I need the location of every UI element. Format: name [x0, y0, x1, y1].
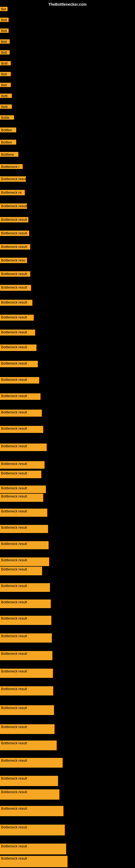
bottleneck-result-item: Bottleneck result	[0, 461, 45, 469]
bottleneck-result-item: Bottleneck result	[0, 724, 54, 734]
bottleneck-result-item: Bottleneck result	[0, 443, 47, 451]
bottleneck-result-item: Bottleneck result	[0, 410, 42, 416]
bottleneck-result-item: Bottleneck result	[0, 525, 48, 533]
bottleneck-result-item: Bottleneck result	[0, 300, 32, 306]
bottleneck-result-item: Bottleneck result	[0, 486, 46, 493]
bottleneck-result-item: Bottleneck result	[0, 741, 57, 750]
bottleneck-result-item: Bottleneck result	[0, 285, 31, 291]
bottleneck-result-item: Bottleneck result	[0, 844, 66, 855]
bottleneck-result-item: Bott	[0, 18, 9, 22]
bottleneck-result-item: Bottlen	[0, 140, 16, 145]
bottleneck-result-item: Bottleneck result	[0, 508, 47, 517]
bottleneck-result-item: Bottleneck result	[0, 633, 52, 643]
bottleneck-result-item: Bottleneck result	[0, 271, 30, 277]
bottleneck-result-item: Bottleneck result	[0, 776, 58, 786]
bottleneck-result-item: Bottleneck result	[0, 806, 63, 816]
bottleneck-result-item: Bottl	[0, 94, 12, 98]
bottleneck-result-item: Bottle	[0, 115, 14, 120]
bottleneck-result-item: Bottleneck result	[0, 204, 27, 209]
bottleneck-result-item: Bottleneck result	[0, 344, 37, 351]
bottleneck-result-item: Bott	[0, 50, 10, 55]
bottleneck-result-item: Bottl	[0, 104, 12, 109]
bottleneck-result-item: Bottleneck result	[0, 583, 50, 592]
bottleneck-result-item: Bottleneck resu	[0, 258, 27, 263]
bottleneck-result-item: Bott	[0, 83, 11, 87]
bottleneck-result-item: Bottleneck result	[0, 567, 42, 575]
bottleneck-result-item: Bottleneck result	[0, 176, 26, 182]
bottleneck-result-item: Bottleneck result	[0, 669, 53, 678]
bottleneck-result-item: Bottleneck re	[0, 190, 25, 195]
bottleneck-result-item: Bottlen	[0, 127, 16, 132]
bottleneck-result-item: Bott	[0, 29, 9, 33]
bottleneck-result-item: Bott	[0, 39, 10, 44]
bottleneck-result-item: Bottleneck result	[0, 599, 51, 608]
bottleneck-result-item: Bottleneck result	[0, 541, 49, 549]
bottleneck-result-item: Bottleneck result	[0, 330, 35, 336]
bottleneck-result-item: Bott	[0, 72, 11, 76]
bottleneck-result-item: Bottl	[0, 61, 11, 65]
bottleneck-result-item: Bottleneck result	[0, 471, 41, 478]
bottleneck-result-item: Bottleneck result	[0, 651, 52, 660]
bottleneck-result-item: Bottleneck result	[0, 789, 59, 800]
bottleneck-result-item: Bottleneck result	[0, 705, 54, 715]
bottleneck-result-item: Bottleneck result	[0, 315, 34, 321]
bottleneck-result-item: Bottlene	[0, 152, 18, 157]
bottleneck-result-item: Bottleneck result	[0, 217, 28, 222]
bottleneck-result-item: Bottleneck result	[0, 686, 53, 695]
bottleneck-result-item: Bottleneck result	[0, 377, 39, 383]
bottleneck-result-item: Bottleneck result	[0, 758, 63, 768]
bottleneck-result-item: Bottleneck result	[0, 426, 43, 433]
bottleneck-result-item: Bottleneck r	[0, 164, 23, 169]
site-title: TheBottlenecker.com	[48, 2, 87, 6]
bottleneck-result-item: Bottleneck result	[0, 361, 38, 367]
bottleneck-result-item: Bottleneck result	[0, 244, 30, 250]
bottleneck-result-item: Bottleneck result	[0, 557, 49, 566]
bottleneck-result-item: Bottleneck result	[0, 393, 41, 400]
bottleneck-result-item: Bottleneck result	[0, 856, 68, 867]
bottleneck-result-item: Bottleneck result	[0, 825, 65, 835]
bottleneck-result-item: Bottleneck result	[0, 494, 43, 502]
bottleneck-result-item: Bot	[0, 7, 8, 11]
bottleneck-result-item: Bottleneck result	[0, 230, 29, 236]
bottleneck-result-item: Bottleneck result	[0, 616, 51, 625]
